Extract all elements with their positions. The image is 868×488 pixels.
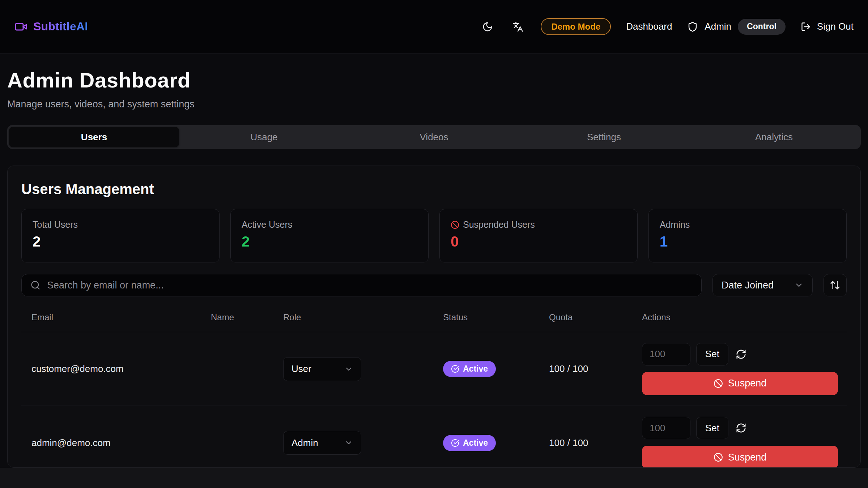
quota-input[interactable] [642, 417, 690, 439]
role-dropdown[interactable]: Admin [283, 431, 361, 455]
dashboard-link[interactable]: Dashboard [626, 21, 672, 32]
main-tabs: Users Usage Videos Settings Analytics [7, 125, 861, 149]
user-email: customer@demo.com [21, 363, 201, 374]
set-quota-button[interactable]: Set [696, 343, 728, 365]
sort-direction-button[interactable] [824, 274, 847, 296]
brand-name: SubtitleAI [33, 20, 88, 33]
user-email: admin@demo.com [21, 437, 201, 449]
languages-icon [512, 21, 523, 32]
role-value: User [292, 363, 311, 374]
stats-row: Total Users 2 Active Users 2 Suspended U… [21, 209, 847, 262]
section-title: Users Management [21, 181, 847, 197]
quota-input[interactable] [642, 343, 690, 365]
page-background-strip [0, 468, 868, 488]
col-quota: Quota [539, 312, 632, 332]
col-role: Role [273, 312, 433, 332]
sort-field-dropdown[interactable]: Date Joined [712, 274, 813, 296]
quota-value: 100 / 100 [539, 437, 632, 449]
col-email: Email [21, 312, 201, 332]
circle-check-icon [451, 439, 459, 447]
top-navbar: SubtitleAI Demo Mode Dashboard Admin Con… [0, 0, 868, 53]
brand[interactable]: SubtitleAI [14, 20, 88, 33]
control-badge: Control [738, 19, 786, 35]
tab-usage[interactable]: Usage [179, 127, 349, 147]
search-icon [30, 280, 41, 290]
video-camera-icon [14, 20, 27, 33]
tab-analytics[interactable]: Analytics [689, 127, 859, 147]
stat-total-users: Total Users 2 [21, 209, 220, 262]
stat-value: 2 [33, 234, 208, 250]
refresh-quota-button[interactable] [734, 421, 748, 435]
circle-check-icon [451, 365, 459, 373]
signout-button[interactable]: Sign Out [801, 21, 854, 32]
refresh-icon [736, 349, 746, 360]
table-row: customer@demo.com User Active 100 [21, 332, 847, 406]
signout-label: Sign Out [817, 21, 854, 32]
refresh-icon [736, 423, 746, 433]
moon-icon [482, 21, 493, 32]
page-subtitle: Manage users, videos, and system setting… [7, 99, 861, 110]
stat-admins: Admins 1 [648, 209, 847, 262]
logout-icon [801, 22, 811, 32]
ban-icon [714, 453, 723, 462]
demo-mode-badge: Demo Mode [541, 18, 611, 35]
users-management-card: Users Management Total Users 2 Active Us… [7, 166, 861, 468]
chevron-down-icon [344, 438, 353, 447]
stat-label: Suspended Users [463, 219, 535, 230]
col-actions: Actions [632, 312, 847, 332]
col-status: Status [433, 312, 539, 332]
chevron-down-icon [794, 281, 804, 290]
admin-label: Admin [705, 21, 731, 32]
page-title: Admin Dashboard [7, 68, 861, 92]
status-badge: Active [443, 361, 496, 377]
suspend-label: Suspend [728, 378, 767, 389]
theme-toggle-button[interactable] [480, 19, 495, 34]
tab-settings[interactable]: Settings [519, 127, 689, 147]
stat-value: 1 [660, 234, 835, 250]
tab-users[interactable]: Users [9, 127, 179, 147]
chevron-down-icon [344, 365, 353, 373]
ban-icon [714, 379, 723, 388]
suspend-button[interactable]: Suspend [642, 446, 838, 468]
ban-icon [451, 221, 459, 229]
refresh-quota-button[interactable] [734, 347, 748, 361]
status-label: Active [463, 364, 488, 374]
status-label: Active [463, 438, 488, 448]
stat-active-users: Active Users 2 [230, 209, 429, 262]
tab-videos[interactable]: Videos [349, 127, 519, 147]
suspend-button[interactable]: Suspend [642, 372, 838, 395]
col-name: Name [201, 312, 273, 332]
arrow-up-down-icon [830, 280, 841, 291]
language-button[interactable] [510, 19, 526, 34]
page-header: Admin Dashboard Manage users, videos, an… [0, 53, 868, 110]
stat-label: Admins [660, 219, 835, 230]
row-actions: Set Suspend [632, 343, 847, 395]
stat-value: 2 [242, 234, 417, 250]
navbar-actions: Demo Mode Dashboard Admin Control Sign O… [480, 18, 854, 35]
table-controls: Date Joined [21, 274, 847, 296]
row-actions: Set Suspend [632, 417, 847, 468]
set-quota-button[interactable]: Set [696, 417, 728, 439]
sort-field-value: Date Joined [722, 280, 774, 291]
admin-group: Admin Control [687, 19, 785, 35]
shield-icon [687, 21, 698, 32]
stat-label: Total Users [33, 219, 208, 230]
table-row: admin@demo.com Admin Active 100 / [21, 406, 847, 468]
users-table: Email Name Role Status Quota Actions cus… [21, 312, 847, 468]
search-box [21, 274, 702, 296]
table-header: Email Name Role Status Quota Actions [21, 312, 847, 332]
stat-suspended-users: Suspended Users 0 [439, 209, 638, 262]
status-badge: Active [443, 435, 496, 451]
search-input[interactable] [47, 280, 693, 291]
role-dropdown[interactable]: User [283, 357, 361, 381]
suspend-label: Suspend [728, 452, 767, 463]
stat-label: Active Users [242, 219, 417, 230]
stat-value: 0 [451, 234, 626, 250]
role-value: Admin [292, 437, 318, 449]
quota-value: 100 / 100 [539, 363, 632, 374]
